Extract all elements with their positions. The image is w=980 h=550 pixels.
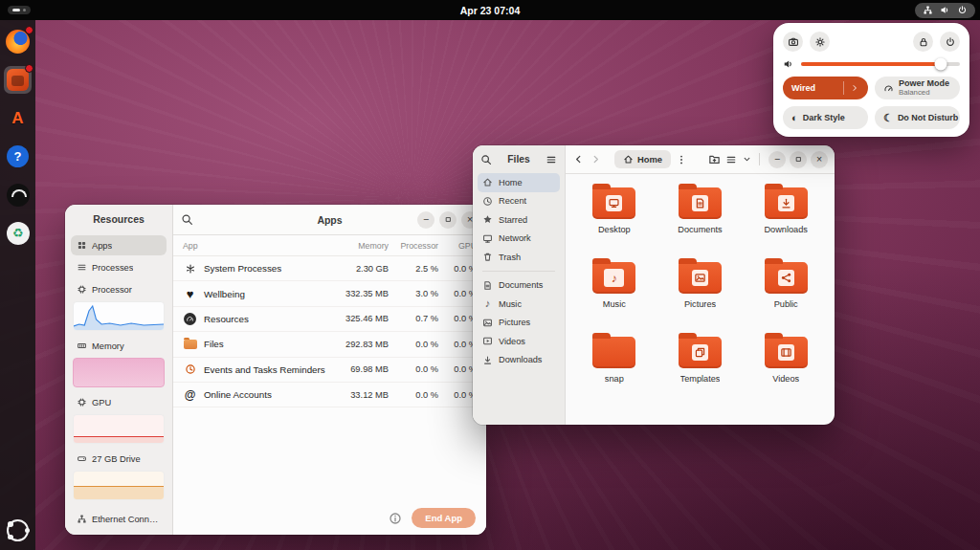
sidebar-item-apps[interactable]: Apps — [71, 235, 167, 255]
folder-videos[interactable]: Videos — [743, 333, 829, 384]
sidebar-item-memory[interactable]: Memory — [71, 336, 167, 356]
folder-icon — [592, 337, 635, 368]
dock-item-text-editor[interactable]: A — [4, 104, 32, 132]
table-row[interactable]: Wellbeing 332.35 MB 3.0 % 0.0 % — [173, 281, 486, 306]
dnd-toggle[interactable]: Do Not Disturb — [875, 106, 960, 129]
settings-button[interactable] — [810, 32, 830, 52]
power-button[interactable] — [940, 32, 960, 52]
chevron-down-icon[interactable] — [742, 154, 752, 165]
pill-divider — [843, 81, 844, 95]
maximize-icon — [444, 215, 453, 224]
column-app: App — [183, 241, 325, 251]
sidebar-item-home[interactable]: Home — [478, 173, 560, 192]
document-icon — [694, 197, 706, 209]
search-icon[interactable] — [181, 213, 193, 226]
minimize-button[interactable]: − — [417, 211, 434, 229]
memory-usage-chart[interactable] — [73, 358, 165, 387]
info-icon[interactable] — [389, 512, 402, 525]
gpu-usage-chart[interactable] — [73, 414, 165, 444]
close-button[interactable]: × — [811, 151, 828, 168]
cpu-chip-icon — [77, 284, 87, 295]
table-row[interactable]: Online Accounts 33.12 MB 0.0 % 0.0 % — [173, 383, 486, 407]
files-folder-icon — [183, 337, 197, 351]
sidebar-item-gpu[interactable]: GPU — [71, 392, 167, 412]
sidebar-item-network[interactable]: Network — [478, 230, 560, 249]
dock-item-help[interactable]: ? — [4, 143, 32, 170]
folder-downloads[interactable]: Downloads — [743, 184, 829, 234]
folder-pictures[interactable]: Pictures — [657, 258, 744, 309]
table-row[interactable]: Events and Tasks Reminders 69.98 MB 0.0 … — [173, 358, 486, 383]
camera-icon — [788, 36, 799, 48]
power-icon — [945, 36, 956, 48]
maximize-button[interactable] — [790, 151, 807, 168]
power-mode-toggle[interactable]: Power Mode Balanced — [875, 77, 960, 99]
resources-main: Apps − × App Memory Processor GPU System… — [173, 205, 486, 535]
music-note-icon — [482, 298, 493, 309]
system-tray[interactable] — [915, 3, 975, 18]
folder-music[interactable]: Music — [571, 258, 657, 309]
hamburger-menu-icon[interactable] — [546, 154, 557, 165]
sidebar-item-drive[interactable]: 27 GB Drive — [71, 449, 167, 469]
maximize-button[interactable] — [439, 211, 457, 229]
resources-window-title: Resources — [65, 205, 172, 233]
dock-item-firefox[interactable] — [4, 28, 32, 55]
drive-usage-chart[interactable] — [73, 471, 165, 500]
share-icon — [780, 272, 792, 284]
volume-fill — [801, 62, 941, 66]
sidebar-item-pictures[interactable]: Pictures — [478, 314, 560, 333]
dock-item-app-center[interactable] — [4, 66, 32, 94]
breadcrumb[interactable]: Home — [614, 150, 671, 168]
back-icon[interactable] — [572, 153, 585, 165]
ethernet-icon — [77, 514, 87, 524]
clock-button[interactable]: Apr 23 07:04 — [460, 0, 520, 20]
screenshot-button[interactable] — [783, 32, 803, 52]
folder-templates[interactable]: Templates — [657, 333, 744, 384]
volume-icon — [940, 5, 950, 15]
dock-item-software-updater[interactable]: ♻ — [4, 219, 32, 247]
clock-icon — [482, 196, 493, 207]
sidebar-item-documents[interactable]: Documents — [478, 276, 560, 296]
list-view-icon[interactable] — [725, 154, 737, 165]
forward-icon[interactable] — [590, 153, 602, 165]
table-row[interactable]: Files 292.83 MB 0.0 % 0.0 % — [173, 332, 486, 357]
files-window-title: Files — [507, 154, 529, 165]
dock-item-resources[interactable] — [4, 181, 32, 209]
lock-button[interactable] — [913, 32, 933, 52]
volume-knob[interactable] — [935, 58, 947, 71]
wired-toggle[interactable]: Wired — [783, 77, 868, 99]
table-row[interactable]: System Processes 2.30 GB 2.5 % 0.0 % — [173, 256, 486, 281]
folder-desktop[interactable]: Desktop — [571, 184, 657, 234]
sidebar-item-starred[interactable]: Starred — [478, 210, 560, 230]
folder-public[interactable]: Public — [743, 258, 829, 309]
download-icon — [482, 355, 493, 365]
dock: A ? ♻ — [0, 20, 35, 550]
sidebar-item-music[interactable]: Music — [478, 295, 560, 314]
volume-slider[interactable] — [801, 62, 960, 66]
quick-settings-panel: Wired Power Mode Balanced Dark Style Do … — [773, 23, 969, 137]
wellbeing-heart-icon — [183, 287, 197, 301]
folder-snap[interactable]: snap — [571, 333, 657, 384]
sidebar-item-recent[interactable]: Recent — [478, 192, 560, 211]
kebab-menu-icon[interactable] — [676, 154, 687, 165]
resources-footer: End App — [173, 508, 486, 528]
folder-icon — [765, 187, 808, 219]
processor-usage-chart[interactable] — [73, 301, 165, 331]
search-icon[interactable] — [480, 154, 492, 165]
folder-documents[interactable]: Documents — [657, 184, 744, 234]
software-updater-icon: ♻ — [7, 222, 30, 245]
desktop: Apr 23 07:04 A ? ♻ — [0, 0, 980, 550]
sidebar-item-trash[interactable]: Trash — [478, 248, 560, 267]
sidebar-item-processes[interactable]: Processes — [71, 257, 167, 277]
sidebar-item-downloads[interactable]: Downloads — [478, 351, 560, 370]
dock-item-show-apps[interactable] — [4, 517, 32, 544]
sidebar-item-ethernet[interactable]: Ethernet Connecti… — [71, 509, 167, 529]
dark-style-toggle[interactable]: Dark Style — [783, 106, 868, 129]
resources-window: Resources Apps Processes Processor — [65, 205, 486, 535]
table-row[interactable]: Resources 325.46 MB 0.7 % 0.0 % — [173, 307, 486, 332]
sidebar-item-videos[interactable]: Videos — [478, 332, 560, 351]
sidebar-item-processor[interactable]: Processor — [71, 279, 167, 299]
activities-indicator[interactable] — [8, 6, 31, 14]
new-folder-icon[interactable] — [708, 153, 721, 165]
minimize-button[interactable]: − — [768, 151, 786, 168]
end-app-button[interactable]: End App — [412, 508, 476, 528]
